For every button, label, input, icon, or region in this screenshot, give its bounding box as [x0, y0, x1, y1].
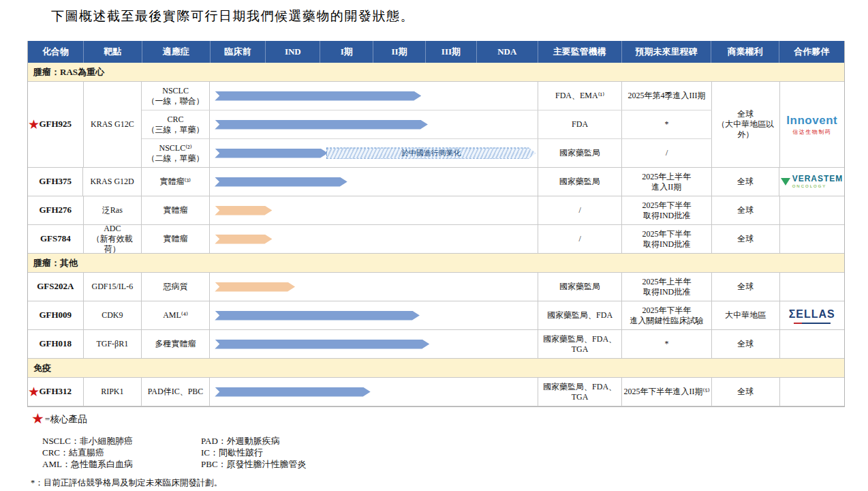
- indication: CRC （三線，單藥）: [142, 110, 210, 138]
- phase-progress: [210, 273, 538, 301]
- target-name: KRAS G12D: [83, 168, 141, 196]
- section-header: 腫瘤：RAS為重心: [28, 63, 844, 82]
- regulator: 國家藥監局、FDA、 TGA: [538, 378, 622, 406]
- indication-phase-group: 多種實體瘤國家藥監局、FDA、 TGA*: [142, 330, 712, 358]
- column-header: III期: [426, 41, 477, 63]
- partner-logo-verastem: VERASTEMONCOLOGY: [781, 174, 843, 190]
- indication: NSCLC⁽²⁾ （二線，單藥）: [142, 139, 210, 167]
- commercial-rights: 全球 （大中華地區以外）: [712, 82, 779, 167]
- commercial-rights: 全球: [712, 168, 779, 196]
- indication: AML⁽⁴⁾: [142, 301, 210, 329]
- commercialization-bar: 於中國進行商業化: [326, 147, 536, 159]
- progress-arrow: [215, 387, 370, 397]
- regulator: 國家藥監局、FDA: [538, 301, 622, 329]
- regulator: 國家藥監局: [538, 273, 622, 301]
- legend-label: =核心產品: [45, 413, 87, 426]
- abbreviation: NSCLC：非小細胞肺癌: [42, 435, 201, 447]
- compound-name: GFH009: [39, 310, 72, 321]
- partner-cell: [780, 330, 844, 358]
- progress-arrow: [215, 235, 272, 244]
- indication: 多種實體瘤: [142, 330, 210, 358]
- progress-arrow: [215, 206, 272, 215]
- compound-name: GFS202A: [37, 281, 74, 292]
- pipeline-row: GFH018TGF-βR1多種實體瘤國家藥監局、FDA、 TGA*全球: [28, 330, 844, 359]
- verastem-triangle-icon: [781, 178, 790, 185]
- column-header: 預期未來里程碑: [622, 41, 712, 63]
- table-header-row: 化合物靶點適應症臨床前INDI期II期III期NDA主要監管機構預期未來里程碑商…: [28, 41, 844, 63]
- compound-name: GFH312: [39, 386, 72, 397]
- partner-cell: [780, 225, 844, 253]
- phase-progress: [210, 301, 538, 329]
- partner-name: VERASTEM: [792, 174, 843, 184]
- indication-phase-group: 惡病質國家藥監局2025年上半年 取得IND批准: [142, 273, 712, 301]
- commercial-rights: 全球: [712, 225, 779, 253]
- column-header: 臨床前: [211, 41, 266, 63]
- progress-arrow: [215, 282, 295, 292]
- abbreviation: PBC：原發性膽汁性膽管炎: [201, 458, 307, 470]
- target-name: GDF15/IL-6: [84, 273, 142, 301]
- column-header: 適應症: [142, 41, 211, 63]
- section-header: 腫瘤：其他: [28, 254, 844, 273]
- abbreviation: AML：急性髓系白血病: [42, 458, 201, 470]
- compound-cell: GFS784: [28, 225, 84, 253]
- partner-cell: Innovent信达生物制药: [780, 82, 844, 167]
- commercial-rights: 大中華地區: [712, 301, 779, 329]
- indication-phase-group: NSCLC （一線，聯合）FDA、EMA⁽¹⁾2025年第4季進入III期CRC…: [142, 82, 712, 167]
- milestone: 2025年下半年 取得IND批准: [622, 225, 712, 253]
- target-name: KRAS G12C: [84, 82, 142, 167]
- milestone: *: [622, 330, 712, 358]
- compound-cell: ★GFH312: [28, 378, 84, 406]
- indication-row: 實體瘤/2025年下半年 取得IND批准: [142, 225, 712, 253]
- indication-row: 惡病質國家藥監局2025年上半年 取得IND批准: [142, 273, 712, 301]
- column-header: I期: [320, 41, 373, 63]
- column-header: 商業權利: [711, 41, 779, 63]
- partner-cell: [780, 378, 844, 406]
- indication-row: AML⁽⁴⁾國家藥監局、FDA2025年下半年 進入關鍵性臨床試驗: [142, 301, 712, 329]
- pipeline-row: GFH009CDK9AML⁽⁴⁾國家藥監局、FDA2025年下半年 進入關鍵性臨…: [28, 301, 844, 330]
- indication: 實體瘤⁽³⁾: [142, 168, 210, 196]
- progress-arrow: [215, 91, 421, 101]
- document-page: { "title": "下圖概述截至最後實際可行日期我們候選藥物的開發狀態。",…: [0, 0, 868, 491]
- column-header: 靶點: [84, 41, 142, 63]
- table-body: 腫瘤：RAS為重心★GFH925KRAS G12CNSCLC （一線，聯合）FD…: [28, 63, 844, 406]
- indication-row: NSCLC⁽²⁾ （二線，單藥）於中國進行商業化國家藥監局/: [142, 139, 712, 167]
- column-header: II期: [373, 41, 426, 63]
- abbreviation-column-left: NSCLC：非小細胞肺癌CRC：結直腸癌AML：急性髓系白血病: [42, 435, 201, 470]
- pipeline-row: ★GFH312RIPK1PAD伴IC、PBC國家藥監局、FDA、 TGA2025…: [28, 378, 844, 406]
- regulator: 國家藥監局: [538, 139, 622, 167]
- regulator: /: [538, 196, 622, 224]
- column-header: 合作夥伴: [779, 41, 844, 63]
- abbreviation: CRC：結直腸癌: [42, 447, 201, 458]
- compound-cell: GFH375: [28, 168, 83, 196]
- pipeline-row: GFS202AGDF15/IL-6惡病質國家藥監局2025年上半年 取得IND批…: [28, 273, 844, 301]
- compound-name: GFH925: [39, 119, 72, 130]
- phase-progress: [210, 225, 538, 253]
- progress-arrow: [215, 120, 428, 130]
- commercial-rights: 全球: [712, 196, 779, 224]
- indication-row: PAD伴IC、PBC國家藥監局、FDA、 TGA2025年下半年進入II期⁽⁵⁾: [142, 378, 712, 406]
- milestone: *: [622, 110, 712, 138]
- compound-cell: GFH009: [28, 301, 84, 329]
- target-name: CDK9: [84, 301, 142, 329]
- progress-arrow: [215, 340, 429, 349]
- compound-name: GFH375: [39, 176, 72, 187]
- indication-row: NSCLC （一線，聯合）FDA、EMA⁽¹⁾2025年第4季進入III期: [142, 82, 712, 110]
- compound-cell: ★GFH925: [28, 82, 84, 167]
- abbreviations: NSCLC：非小細胞肺癌CRC：結直腸癌AML：急性髓系白血病 PAD：外週動脈…: [42, 435, 307, 470]
- core-product-star-icon: ★: [28, 385, 40, 398]
- pipeline-row: GFH276泛Ras實體瘤/2025年下半年 取得IND批准全球: [28, 196, 844, 225]
- core-product-star-icon: ★: [31, 412, 44, 426]
- phase-progress: [210, 110, 538, 138]
- progress-arrow: [215, 177, 347, 187]
- phase-progress: [210, 82, 538, 110]
- compound-cell: GFH018: [28, 330, 84, 358]
- page-title: 下圖概述截至最後實際可行日期我們候選藥物的開發狀態。: [51, 8, 414, 25]
- target-name: ADC （新有效載荷）: [84, 225, 142, 253]
- core-product-legend: ★ =核心產品: [31, 412, 87, 426]
- abbreviation: IC：間歇性跛行: [201, 447, 307, 458]
- indication-row: 實體瘤⁽³⁾國家藥監局2025年上半年 進入II期: [142, 168, 712, 196]
- partner-cell: ΣELLAS: [780, 301, 844, 329]
- milestone: 2025年上半年 進入II期: [622, 168, 712, 196]
- compound-name: GFH018: [39, 338, 72, 349]
- phase-progress: [210, 330, 538, 358]
